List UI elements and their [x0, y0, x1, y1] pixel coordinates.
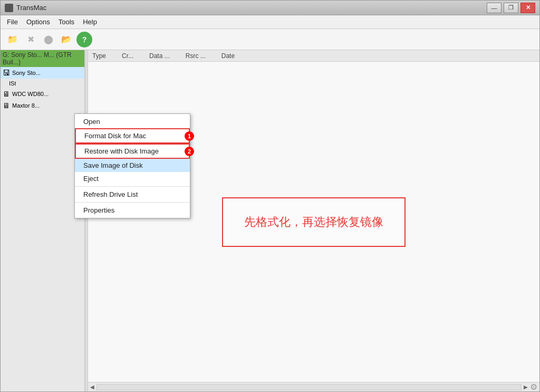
drive-item-maxtor[interactable]: 🖥 Maxtor 8...: [1, 100, 84, 111]
column-headers: Type Cr... Data ... Rsrc ... Date: [92, 52, 235, 60]
menu-file[interactable]: File: [3, 17, 22, 27]
scrollbar-area[interactable]: ◀ ▶ ⚙: [88, 382, 539, 391]
drive-label-mfs: ISt: [9, 80, 16, 87]
menu-bar: File Options Tools Help: [1, 15, 539, 29]
col-type: Type: [92, 52, 106, 60]
drive-item-sony[interactable]: 🖫 Sony Sto...: [1, 67, 84, 79]
col-rsrc: Rsrc ...: [186, 52, 206, 60]
ctx-separator-2: [75, 202, 190, 203]
drive-item-mfs[interactable]: ISt: [1, 79, 84, 88]
ctx-properties[interactable]: Properties: [75, 204, 190, 217]
left-panel: G: Sony Sto... M... (GTR Buil...) 🖫 Sony…: [1, 50, 85, 391]
right-panel-content: 先格式化，再选择恢复镜像: [88, 62, 539, 382]
menu-tools[interactable]: Tools: [54, 17, 79, 27]
close-button[interactable]: ✖: [23, 32, 38, 47]
drive-icon-wdc: 🖥: [3, 90, 10, 98]
drive-icon-maxtor: 🖥: [3, 101, 10, 110]
scroll-left-icon[interactable]: ◀: [90, 384, 94, 390]
drive-item-wdc[interactable]: 🖥 WDC WD80...: [1, 88, 84, 100]
drive-icon-sony: 🖫: [3, 69, 10, 77]
scroll-right-icon[interactable]: ▶: [524, 384, 528, 390]
window-title: TransMac: [16, 4, 46, 12]
toolbar: 📁 ✖ ⬤ 📂 ?: [1, 29, 539, 50]
left-panel-header: G: Sony Sto... M... (GTR Buil...): [1, 50, 84, 67]
col-cr: Cr...: [122, 52, 133, 60]
main-window: TransMac — ❐ ✕ File Options Tools Help 📁…: [0, 0, 540, 392]
badge-2: 2: [185, 147, 194, 156]
open-folder-button[interactable]: 📁: [5, 32, 21, 47]
minimize-button[interactable]: —: [487, 3, 502, 13]
help-button[interactable]: ?: [76, 32, 92, 47]
ctx-restore[interactable]: Restore with Disk Image 2: [75, 144, 190, 159]
annotation-text: 先格式化，再选择恢复镜像: [244, 215, 383, 228]
menu-help[interactable]: Help: [79, 17, 101, 27]
badge-1: 1: [185, 131, 194, 141]
left-panel-title: G: Sony Sto... M... (GTR Buil...): [3, 51, 82, 66]
ctx-eject[interactable]: Eject: [75, 172, 190, 185]
title-bar-controls: — ❐ ✕: [487, 3, 535, 13]
horizontal-scrollbar[interactable]: [97, 384, 522, 390]
transmac-icon: [5, 4, 13, 12]
col-date: Date: [221, 52, 235, 60]
scroll-corner-icon: ⚙: [530, 382, 537, 391]
right-panel-header: Type Cr... Data ... Rsrc ... Date: [88, 50, 539, 62]
title-bar-left: TransMac: [5, 4, 46, 12]
ctx-refresh[interactable]: Refresh Drive List: [75, 188, 190, 201]
ctx-open[interactable]: Open: [75, 115, 190, 128]
annotation-box: 先格式化，再选择恢复镜像: [222, 197, 406, 247]
main-content: G: Sony Sto... M... (GTR Buil...) 🖫 Sony…: [1, 50, 539, 391]
ctx-save[interactable]: Save Image of Disk: [75, 159, 190, 172]
right-panel: Type Cr... Data ... Rsrc ... Date 先格式化，再…: [88, 50, 539, 391]
disk-button[interactable]: ⬤: [41, 32, 56, 47]
close-button[interactable]: ✕: [520, 3, 535, 13]
drive-label-wdc: WDC WD80...: [12, 91, 49, 97]
new-folder-button[interactable]: 📂: [59, 32, 74, 47]
drive-label-maxtor: Maxtor 8...: [12, 102, 40, 109]
ctx-separator: [75, 186, 190, 187]
title-bar: TransMac — ❐ ✕: [1, 1, 539, 15]
ctx-format[interactable]: Format Disk for Mac 1: [75, 128, 190, 144]
menu-options[interactable]: Options: [22, 17, 54, 27]
restore-button[interactable]: ❐: [504, 3, 518, 13]
drive-label-sony: Sony Sto...: [12, 70, 41, 76]
context-menu: Open Format Disk for Mac 1 Restore with …: [74, 113, 190, 218]
col-data: Data ...: [149, 52, 170, 60]
